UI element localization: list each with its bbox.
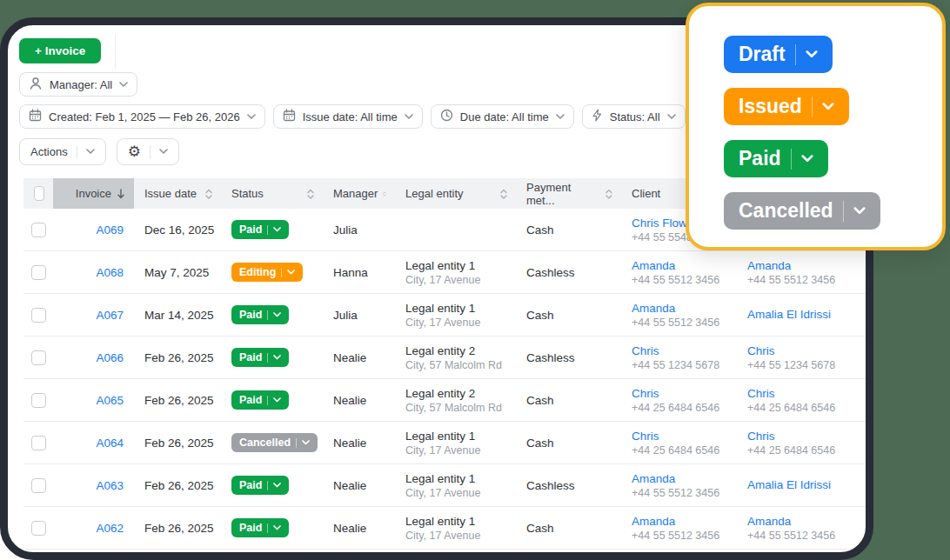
legal-entity-name: Legal entity 1 — [405, 430, 516, 443]
column-header-status[interactable]: Status — [221, 178, 323, 209]
client-cell: Amanda +44 55 5512 3456 — [621, 472, 737, 499]
invoice-link[interactable]: A063 — [96, 479, 124, 492]
issue-date-cell: Feb 26, 2025 — [134, 522, 221, 535]
client-link[interactable]: Chris — [632, 344, 737, 357]
status-option-badge[interactable]: Issued — [724, 88, 849, 125]
column-header-issue-date[interactable]: Issue date — [134, 178, 221, 209]
legal-entity-name: Legal entity 1 — [405, 259, 516, 272]
status-badge-label: Editing — [239, 266, 276, 278]
invoice-link[interactable]: A065 — [96, 394, 124, 407]
status-badge[interactable]: Paid — [231, 220, 289, 239]
legal-entity-cell: Legal entity 1 City, 17 Avenue — [395, 472, 516, 499]
column-header-manager[interactable]: Manager — [323, 178, 395, 209]
status-option-badge[interactable]: Paid — [724, 140, 828, 177]
row-checkbox-cell — [23, 308, 53, 323]
status-cell: Paid — [221, 305, 323, 324]
invoice-link[interactable]: A069 — [96, 223, 124, 237]
legal-entity-name: Legal entity 1 — [405, 472, 516, 485]
chevron-down-icon — [247, 114, 256, 120]
recipient-phone: +44 25 6484 6546 — [747, 402, 873, 414]
badge-divider — [267, 523, 268, 533]
recipient-link[interactable]: Chris — [747, 430, 873, 443]
status-badge[interactable]: Editing — [231, 263, 303, 282]
payment-method-cell: Cash — [516, 394, 621, 407]
due-date-filter[interactable]: Due date: All time — [431, 104, 574, 129]
status-badge[interactable]: Paid — [231, 390, 289, 410]
person-icon — [29, 77, 43, 93]
legal-entity-cell: Legal entity 1 City, 17 Avenue — [395, 430, 516, 457]
status-filter-label: Status: All — [610, 110, 660, 123]
row-checkbox[interactable] — [31, 350, 46, 365]
recipient-link[interactable]: Chris — [747, 344, 873, 357]
status-badge[interactable]: Paid — [231, 518, 289, 537]
badge-divider — [843, 201, 844, 222]
badge-divider — [267, 481, 268, 490]
status-option-label: Paid — [739, 147, 781, 170]
client-link[interactable]: Chris — [632, 430, 737, 443]
issue-date-cell: Feb 26, 2025 — [134, 479, 221, 492]
manager-cell: Nealie — [323, 479, 395, 492]
created-date-filter[interactable]: Created: Feb 1, 2025 — Feb 26, 2026 — [19, 104, 265, 129]
invoice-link[interactable]: A062 — [96, 522, 124, 535]
row-checkbox[interactable] — [31, 393, 46, 408]
sort-icon — [500, 189, 507, 199]
row-checkbox[interactable] — [31, 521, 46, 536]
client-link[interactable]: Chris — [632, 387, 737, 400]
status-badge[interactable]: Paid — [231, 476, 289, 495]
recipient-cell: Amalia El Idrissi — [737, 308, 873, 323]
issue-date-cell: Mar 14, 2025 — [134, 309, 221, 322]
issue-date-cell: Dec 16, 2025 — [134, 223, 221, 237]
manager-cell: Nealie — [323, 351, 395, 364]
payment-method-cell: Cash — [516, 437, 621, 450]
status-filter[interactable]: Status: All — [582, 104, 686, 129]
row-checkbox[interactable] — [31, 436, 46, 450]
invoice-link[interactable]: A067 — [96, 309, 124, 322]
status-badge[interactable]: Paid — [231, 348, 289, 367]
invoice-link[interactable]: A064 — [96, 437, 124, 450]
row-checkbox[interactable] — [31, 308, 46, 323]
status-badge-list: Draft Issued Paid Cancelled — [724, 36, 942, 244]
client-link[interactable]: Amanda — [632, 515, 737, 528]
payment-method-cell: Cashless — [516, 266, 621, 279]
recipient-link[interactable]: Amanda — [747, 515, 873, 528]
status-option-badge[interactable]: Draft — [724, 36, 833, 73]
invoice-link[interactable]: A068 — [96, 266, 124, 279]
column-header-payment-method[interactable]: Payment met... — [516, 178, 621, 209]
bolt-icon — [592, 109, 603, 124]
invoice-link[interactable]: A066 — [96, 351, 124, 364]
client-link[interactable]: Amanda — [632, 302, 737, 315]
new-invoice-button[interactable]: + Invoice — [19, 38, 101, 63]
client-link[interactable]: Amanda — [632, 472, 737, 485]
badge-divider — [267, 310, 268, 320]
table-row: A064 Feb 26, 2025 Cancelled Nealie — [23, 422, 873, 464]
status-option-label: Draft — [739, 43, 786, 66]
status-badge[interactable]: Cancelled — [231, 433, 318, 452]
actions-button-label: Actions — [30, 145, 68, 158]
select-all-checkbox[interactable] — [34, 186, 44, 201]
manager-filter[interactable]: Manager: All — [19, 72, 137, 97]
recipient-link[interactable]: Amanda — [747, 259, 873, 272]
client-link[interactable]: Amanda — [632, 259, 737, 272]
chevron-down-icon — [287, 270, 295, 275]
recipient-link[interactable]: Amalia El Idrissi — [747, 478, 873, 491]
chevron-down-icon — [667, 114, 676, 120]
chevron-down-icon — [801, 155, 813, 163]
status-option-badge[interactable]: Cancelled — [724, 192, 880, 230]
client-phone: +44 55 5512 3456 — [632, 274, 737, 286]
column-header-legal-entity[interactable]: Legal entity — [395, 178, 516, 209]
row-checkbox[interactable] — [31, 223, 46, 237]
column-header-invoice[interactable]: Invoice — [53, 178, 134, 209]
actions-button[interactable]: Actions — [19, 138, 106, 165]
recipient-link[interactable]: Chris — [747, 387, 873, 400]
recipient-link[interactable]: Amalia El Idrissi — [747, 308, 873, 321]
status-badge[interactable]: Paid — [231, 305, 289, 324]
clock-icon — [440, 109, 453, 124]
sort-icon — [205, 189, 212, 199]
settings-button[interactable]: ⚙ — [117, 138, 179, 165]
row-checkbox[interactable] — [31, 265, 46, 280]
issue-date-filter[interactable]: Issue date: All time — [273, 104, 423, 129]
row-checkbox[interactable] — [31, 478, 46, 493]
invoice-cell: A065 — [53, 394, 134, 407]
button-divider — [150, 145, 151, 159]
table-row: A067 Mar 14, 2025 Paid Julia — [23, 294, 873, 337]
